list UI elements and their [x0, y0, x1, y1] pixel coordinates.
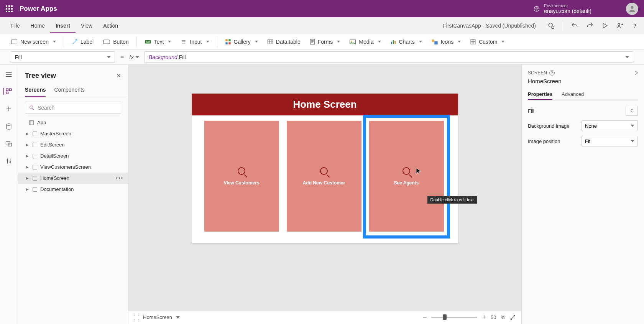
undo-icon[interactable] — [571, 22, 578, 30]
property-selector-value: Fill — [15, 54, 22, 60]
tree-item-label: DetailScreen — [40, 153, 69, 159]
rail-media-icon[interactable] — [5, 141, 12, 147]
screen-icon — [33, 176, 37, 181]
tree-item-label: HomeScreen — [40, 175, 69, 181]
menu-view[interactable]: View — [76, 19, 98, 33]
btn-icons[interactable]: Icons — [427, 36, 465, 47]
tree-search-placeholder: Search — [38, 105, 54, 111]
more-icon[interactable]: ••• — [116, 175, 123, 181]
prop-fill-button[interactable] — [626, 106, 638, 116]
chevron-down-icon[interactable] — [176, 316, 180, 319]
btn-label[interactable]: Label — [68, 36, 97, 47]
prop-fill-label: Fill — [528, 108, 582, 114]
svg-rect-6 — [104, 40, 110, 44]
svg-point-3 — [618, 23, 620, 25]
svg-rect-14 — [310, 39, 314, 44]
fx-icon[interactable]: fx — [129, 54, 139, 60]
svg-point-1 — [631, 6, 633, 8]
rail-tools-icon[interactable] — [6, 158, 12, 164]
card-see-agents[interactable]: See Agents Double click to edit text — [369, 121, 444, 232]
svg-rect-11 — [225, 42, 227, 44]
redo-icon[interactable] — [586, 22, 594, 30]
btn-input[interactable]: Input — [176, 36, 213, 47]
svg-rect-28 — [10, 89, 12, 90]
formula-input[interactable]: Background.Fill — [145, 51, 633, 63]
status-screen-name[interactable]: HomeScreen — [143, 314, 172, 320]
formula-bar: Fill = fx Background.Fill — [0, 49, 644, 65]
menu-home[interactable]: Home — [25, 19, 50, 33]
svg-rect-22 — [471, 39, 473, 41]
btn-text[interactable]: Abc Text — [141, 36, 175, 47]
tree-item-viewcustomersscreen[interactable]: ▶ ViewCustomersScreen — [18, 161, 128, 173]
device-preview[interactable]: Home Screen View Customers Add New Custo… — [192, 94, 458, 243]
screen-icon — [33, 187, 37, 192]
help-icon[interactable] — [631, 22, 638, 29]
checker-icon[interactable] — [547, 22, 555, 30]
svg-rect-17 — [391, 42, 392, 44]
tree-list: App ▶ MasterScreen ▶ EditScreen ▶ Detail… — [18, 117, 128, 324]
svg-point-4 — [634, 27, 635, 28]
tab-properties[interactable]: Properties — [528, 89, 552, 100]
btn-new-screen[interactable]: New screen — [7, 36, 60, 47]
tab-screens[interactable]: Screens — [25, 84, 46, 97]
tree-item-homescreen[interactable]: ▶ HomeScreen ••• — [18, 173, 128, 184]
menu-insert[interactable]: Insert — [50, 19, 76, 33]
svg-point-16 — [351, 41, 352, 42]
formula-obj: Background — [149, 54, 177, 60]
zoom-in-button[interactable]: + — [482, 313, 486, 321]
chevron-down-icon — [631, 140, 634, 142]
card-view-customers[interactable]: View Customers — [204, 121, 279, 232]
tree-item-detailscreen[interactable]: ▶ DetailScreen — [18, 150, 128, 161]
zoom-unit: % — [501, 314, 505, 320]
tree-item-editscreen[interactable]: ▶ EditScreen — [18, 139, 128, 150]
tree-item-masterscreen[interactable]: ▶ MasterScreen — [18, 128, 128, 139]
zoom-out-button[interactable]: − — [423, 313, 427, 321]
close-icon[interactable]: ✕ — [116, 72, 121, 79]
btn-label-label: Label — [80, 39, 94, 45]
btn-gallery[interactable]: Gallery — [221, 36, 262, 47]
user-avatar[interactable] — [626, 3, 638, 15]
environment-picker[interactable]: Environment enayu.com (default) — [533, 3, 591, 14]
waffle-icon[interactable] — [6, 5, 13, 12]
svg-point-29 — [7, 124, 11, 125]
btn-data-table[interactable]: Data table — [263, 36, 304, 47]
caret-right-icon: ▶ — [26, 154, 30, 158]
tab-components[interactable]: Components — [54, 84, 84, 97]
fit-to-window-icon[interactable] — [510, 314, 516, 321]
help-icon[interactable]: ? — [549, 70, 555, 76]
btn-forms[interactable]: Forms — [306, 36, 344, 47]
menu-file[interactable]: File — [6, 19, 25, 33]
props-section-label: SCREEN — [528, 70, 547, 76]
canvas-area: Home Screen View Customers Add New Custo… — [128, 65, 521, 324]
tree-item-label: Documentation — [40, 186, 74, 192]
rail-tree-icon[interactable] — [3, 88, 12, 95]
tree-item-app[interactable]: App — [18, 117, 128, 128]
btn-button-label: Button — [113, 39, 128, 45]
btn-button[interactable]: Button — [99, 36, 132, 47]
property-selector[interactable]: Fill — [11, 51, 115, 63]
btn-charts[interactable]: Charts — [386, 36, 426, 47]
prop-bg-image-select[interactable]: None — [582, 120, 638, 131]
caret-right-icon: ▶ — [26, 176, 30, 180]
screen-icon — [134, 315, 139, 320]
tree-item-documentation[interactable]: ▶ Documentation — [18, 184, 128, 195]
prop-img-pos-select[interactable]: Fit — [582, 136, 638, 146]
rail-data-icon[interactable] — [6, 123, 12, 130]
chevron-right-icon[interactable] — [635, 71, 638, 75]
menu-action[interactable]: Action — [98, 19, 123, 33]
btn-custom[interactable]: Custom — [466, 36, 508, 47]
card-add-new-customer[interactable]: Add New Customer — [287, 121, 361, 232]
prop-bg-image-label: Background image — [528, 123, 582, 129]
rail-hamburger-icon[interactable] — [5, 72, 12, 77]
share-icon[interactable] — [616, 22, 624, 30]
play-icon[interactable] — [601, 22, 608, 29]
zoom-slider[interactable] — [431, 317, 477, 318]
chevron-down-icon — [631, 125, 634, 127]
tree-search-input[interactable]: Search — [25, 102, 121, 114]
btn-media[interactable]: Media — [345, 36, 384, 47]
btn-text-label: Text — [154, 39, 164, 45]
rail-insert-icon[interactable] — [5, 105, 12, 112]
svg-text:Abc: Abc — [146, 41, 150, 43]
properties-panel: SCREEN ? HomeScreen Properties Advanced … — [521, 65, 644, 324]
tab-advanced[interactable]: Advanced — [562, 89, 584, 100]
